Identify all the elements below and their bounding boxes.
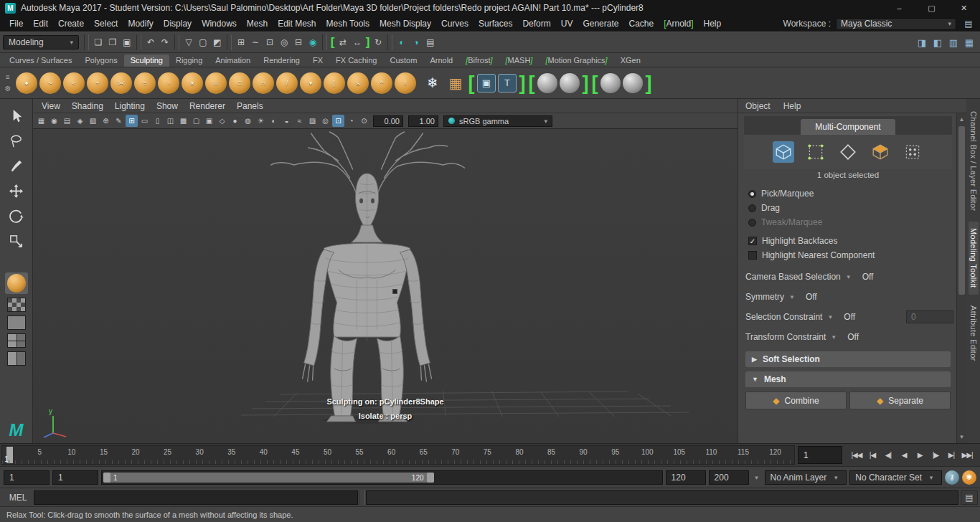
shelf-tab[interactable]: Arnold [423, 54, 459, 67]
snap-to-point-icon[interactable]: ⊡ [263, 35, 277, 49]
checkbox-icon[interactable] [748, 251, 757, 260]
chevron-down-icon[interactable]: ▾ [752, 474, 762, 481]
play-forwards-button[interactable]: ▶ [913, 448, 927, 462]
toggle-modeling-toolkit-icon[interactable]: ▦ [961, 35, 977, 49]
input-connections-icon[interactable]: ⇄ [336, 35, 350, 49]
depth-of-field-icon[interactable]: ◎ [319, 115, 331, 127]
safe-action-icon[interactable]: ▢ [190, 115, 202, 127]
clay-sphere-icon[interactable] [560, 73, 580, 93]
textured-icon[interactable]: ◍ [242, 115, 254, 127]
menu-item[interactable]: Modify [123, 19, 158, 29]
screen-space-ao-icon[interactable]: ◒ [281, 115, 293, 127]
go-to-end-button[interactable]: ▶▶| [960, 448, 974, 462]
checker-icon[interactable] [7, 298, 26, 312]
amplify-brush-icon[interactable]: ! [395, 72, 416, 94]
grid-display-icon[interactable]: ⊞ [126, 115, 138, 127]
save-scene-icon[interactable]: ▣ [120, 35, 134, 49]
viewport-menu-item[interactable]: Show [151, 101, 184, 111]
chevron-down-icon[interactable]: ▼ [789, 294, 795, 300]
make-live-icon[interactable]: ◉ [306, 35, 320, 49]
shelf-tab[interactable]: FX Caching [329, 54, 383, 67]
frame-tick-label[interactable]: 60 [375, 448, 407, 456]
frame-tick-label[interactable]: 80 [504, 448, 536, 456]
vertex-mode-icon[interactable] [805, 141, 826, 163]
playback-range-bar[interactable]: 1 120 [103, 473, 434, 483]
menu-item[interactable]: Mesh [242, 19, 273, 29]
scale-tool[interactable] [5, 230, 28, 252]
knife-brush-icon[interactable]: | [324, 72, 345, 94]
open-scene-icon[interactable]: ❐ [105, 35, 120, 49]
menu-item[interactable]: Deform [517, 19, 555, 29]
viewport-menu-item[interactable]: Lighting [109, 101, 151, 111]
frame-tick-label[interactable]: 65 [407, 448, 440, 456]
command-line-splitter[interactable] [359, 490, 365, 505]
animation-preferences-icon[interactable]: ✱ [962, 470, 976, 485]
shelf-tab[interactable]: XGen [614, 54, 647, 67]
menu-item[interactable]: File [4, 19, 28, 29]
tool-panel-menu-item[interactable]: Object [745, 101, 771, 111]
menu-item[interactable]: Mesh Display [374, 19, 436, 29]
menu-item[interactable]: Help [699, 19, 727, 29]
render-view-icon[interactable]: ◐ [395, 35, 409, 49]
menu-item[interactable]: Cache [623, 19, 659, 29]
frame-tick-label[interactable]: 50 [311, 448, 344, 456]
multisample-icon[interactable]: ▨ [306, 115, 319, 127]
chevron-down-icon[interactable]: ▼ [831, 334, 837, 341]
frame-tick-label[interactable]: 95 [599, 448, 631, 456]
playback-start-field[interactable]: 1 [52, 470, 98, 485]
range-slider[interactable]: 1 120 [101, 470, 663, 485]
bulge-brush-icon[interactable]: ^ [371, 72, 392, 94]
workspace-options-icon[interactable]: ▤ [961, 19, 976, 29]
select-camera-icon[interactable]: ▦ [35, 115, 47, 127]
select-hierarchy-icon[interactable]: ▽ [182, 35, 196, 49]
smooth-brush-icon[interactable]: ~ [39, 72, 61, 94]
render-settings-icon[interactable]: ▤ [423, 35, 438, 49]
select-component-icon[interactable]: ◩ [210, 35, 225, 49]
separate-button[interactable]: ◆ Separate [849, 392, 951, 409]
go-to-start-button[interactable]: |◀◀ [849, 448, 864, 462]
menu-item[interactable]: Select [89, 19, 123, 29]
safe-title-icon[interactable]: ▣ [203, 115, 215, 127]
stamp-pattern-icon[interactable]: ▦ [446, 73, 466, 93]
image-frame-icon[interactable]: ▣ [477, 74, 496, 92]
current-sculpt-tool[interactable] [5, 272, 28, 294]
clay-sphere-icon[interactable] [600, 73, 621, 93]
pinch-brush-icon[interactable]: >< [110, 72, 132, 94]
panel-scrollbar[interactable]: ▲ ▼ [956, 113, 966, 443]
spray-brush-icon[interactable]: ∗ [182, 72, 203, 94]
shelf-tab[interactable]: Curves / Surfaces [3, 54, 78, 67]
clay-sphere-icon[interactable] [537, 73, 557, 93]
relax-brush-icon[interactable]: ≈ [63, 72, 85, 94]
edge-mode-icon[interactable] [837, 141, 859, 163]
character-set-select[interactable]: No Character Set ▾ [849, 470, 942, 485]
ipr-render-icon[interactable]: ◑ [409, 35, 423, 49]
construction-history-icon[interactable]: ↻ [371, 35, 385, 49]
section-header[interactable]: ▶ Soft Selection [745, 351, 951, 367]
option-value[interactable]: Off [844, 312, 855, 322]
paint-select-tool[interactable] [5, 155, 28, 176]
output-connections-icon[interactable]: ↔ [350, 35, 364, 49]
viewport-3d-scene[interactable] [33, 129, 738, 443]
menu-item[interactable]: UV [556, 19, 578, 29]
frame-tick-label[interactable]: 55 [344, 448, 376, 456]
combine-button[interactable]: ◆ Combine [745, 392, 847, 409]
menu-set-select[interactable]: Modeling ▾ [3, 35, 79, 49]
menu-item[interactable]: Display [159, 19, 197, 29]
chevron-down-icon[interactable]: ▼ [827, 314, 833, 321]
frame-tick-label[interactable]: 35 [215, 448, 248, 456]
film-gate-icon[interactable]: ▭ [138, 115, 151, 127]
play-backwards-button[interactable]: ◀ [897, 448, 911, 462]
scroll-down-icon[interactable]: ▼ [957, 432, 966, 442]
side-tab[interactable]: Modeling Toolkit [969, 222, 979, 294]
command-language-toggle[interactable]: MEL [2, 493, 34, 503]
current-frame-field[interactable]: 1 [798, 446, 842, 464]
shelf-tab[interactable]: Animation [209, 54, 257, 67]
frame-tick-label[interactable]: 75 [471, 448, 504, 456]
image-plane-icon[interactable]: ▧ [87, 115, 99, 127]
shelf-tab[interactable]: Rigging [169, 54, 209, 67]
single-pane-layout-button[interactable] [7, 315, 26, 330]
frame-tick-label[interactable]: 15 [88, 448, 120, 456]
menu-item[interactable]: Surfaces [473, 19, 517, 29]
checkbox-option[interactable]: Highlight Nearest Component [745, 248, 951, 262]
object-mode-icon[interactable] [773, 141, 794, 163]
